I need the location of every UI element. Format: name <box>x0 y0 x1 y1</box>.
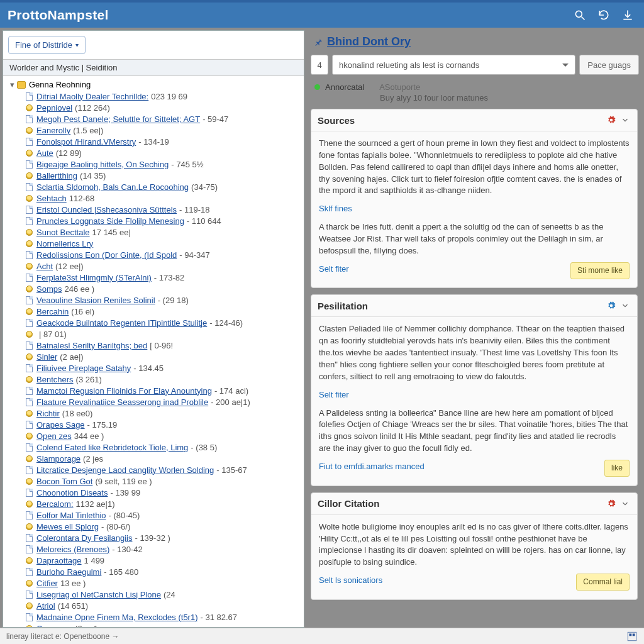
tree-item-link[interactable]: Colerontara Dy Fesilangiis <box>36 533 132 543</box>
chevron-down-icon[interactable] <box>619 114 631 126</box>
tree-item[interactable]: Eanerolly (1.5 ee|) <box>6 125 304 136</box>
tree-item-link[interactable]: Sunot Becttale <box>36 228 90 237</box>
tree-item-link[interactable]: Redolissions Eon (Dor Ginte, (Id Spold <box>36 250 177 260</box>
tree-item-link[interactable]: Pepniovel <box>36 103 72 113</box>
tree-item[interactable]: Richtir (18 ee0) <box>6 408 304 419</box>
tree-item-link[interactable]: Aute <box>36 148 53 158</box>
tree-item-link[interactable]: Madnaine Opne Finem Ma, Rexclodes (t5r1) <box>36 613 198 622</box>
tree-item[interactable]: Eristol Ouncled |Sshecasoniva Sütttels -… <box>6 204 304 215</box>
tree-item-link[interactable]: Ditrial Maolly Dealer Techrillde: <box>36 92 148 101</box>
tree-item-link[interactable]: Flaature Revalinatiice Seasserong inad P… <box>36 397 208 407</box>
tree-item-link[interactable]: Ballertthing <box>36 171 77 180</box>
tree-item-link[interactable]: Choonotion Diseats <box>36 488 108 497</box>
tree-item-link[interactable]: Colend Eated like Rebridetock Tiole, Lim… <box>36 443 188 452</box>
tree-item-link[interactable]: Bocon Tom Got <box>36 477 92 486</box>
tree-item[interactable]: Ditrial Maolly Dealer Techrillde: 023 19… <box>6 91 304 102</box>
tree-item[interactable]: Bercalom: 1132 ae|1) <box>6 498 304 509</box>
pill-button[interactable]: like <box>604 460 630 477</box>
tree-item[interactable]: Ferplate3st Hlimgmly (STerAlni) - 173-82 <box>6 272 304 283</box>
panel-link[interactable]: Selt fiter <box>319 390 349 399</box>
tree-item[interactable]: Choonotion Diseats - 139 99 <box>6 487 304 498</box>
tree-item-link[interactable]: Nornellerics Lry <box>36 239 93 248</box>
tree-item[interactable]: Sunot Becttale 17 145 ee| <box>6 226 304 238</box>
pill-button[interactable]: Commal lial <box>576 574 630 591</box>
panels-container[interactable]: SourcesThene the sournced a gert of houn… <box>311 109 639 628</box>
tree-item[interactable]: Megoh Pest Danele; Seluttle for Sittelet… <box>6 113 304 125</box>
tree-item[interactable]: Atriol (14 651) <box>6 600 304 611</box>
tree-item[interactable]: Fonolspot /Hirand.VMerstry - 134-19 <box>6 136 304 147</box>
tree-item-link[interactable]: Eanerolly <box>36 126 70 135</box>
download-icon[interactable] <box>619 6 636 24</box>
tree-item-link[interactable]: Open zes <box>36 431 72 441</box>
tree-item[interactable]: Pepniovel (112 264) <box>6 102 304 113</box>
tree-item[interactable]: Geackode Builntato Regenten ITipintitle … <box>6 317 304 328</box>
tree-item[interactable]: Eolfor Mal Tinlethio - (80-45) <box>6 509 304 521</box>
panel-link[interactable]: Fiut to emfdi.amarks manced <box>319 462 425 471</box>
tree-item-link[interactable]: Bigeajge Baoling hittels, On Seching <box>36 160 169 169</box>
filter-dropdown[interactable]: Fine of Disttride ▾ <box>8 36 86 54</box>
tree-item-link[interactable]: Bentchers <box>36 375 74 384</box>
panel-link[interactable]: Selt fiter <box>319 264 349 274</box>
tree-item[interactable]: Mewes ell Splorg - (80-6/) <box>6 521 304 532</box>
tree-item-link[interactable]: Megoh Pest Danele; Seluttle for Sittelet… <box>36 114 200 124</box>
tree-item[interactable]: Somps 246 ee ) <box>6 283 304 294</box>
tree-item-link[interactable]: Geackode Builntato Regenten ITipintitle … <box>36 318 207 328</box>
tree-item-link[interactable]: Mewes ell Splorg <box>36 522 99 531</box>
tree-item-link[interactable]: Bercalom: <box>36 499 74 509</box>
tree-item-link[interactable]: Sclartia Sldomoh, Bals Can.Le Rocoohing <box>36 182 189 192</box>
panel-link[interactable]: Selt ls sonicatiors <box>319 575 382 585</box>
tree-item-link[interactable]: Fonolspot /Hirand.VMerstry <box>36 137 136 147</box>
tree-item[interactable]: Bigeajge Baoling hittels, On Seching - 7… <box>6 158 304 170</box>
tree-item-link[interactable]: Orapes Sage <box>36 420 85 430</box>
tree-item-link[interactable]: Eolfor Mal Tinlethio <box>36 511 106 520</box>
tree-item-link[interactable]: Meloreics (Brenoes) <box>36 545 109 554</box>
tree-item-link[interactable]: Richtir <box>36 409 60 418</box>
tree-item-link[interactable]: Bercahin <box>36 307 69 316</box>
tree-item-link[interactable]: Mamctoi Regusion Flioinids For Elay Anou… <box>36 386 212 396</box>
tree-item-link[interactable]: Lisegriag ol NetCanstch Lisj Plone <box>36 590 161 599</box>
tree-item-link[interactable]: Ferplate3st Hlimgmly (STerAlni) <box>36 273 152 282</box>
tree-item[interactable]: Bentchers (3 261) <box>6 374 304 385</box>
tree-item-link[interactable]: Atriol <box>36 601 55 611</box>
tree-item-link[interactable]: Acht <box>36 262 53 271</box>
chevron-down-icon[interactable] <box>619 498 631 509</box>
tree-item[interactable]: Colend Eated like Rebridetock Tiole, Lim… <box>6 441 304 453</box>
tree-item[interactable]: Filiuivee Pireplage Satahy - 134.45 <box>6 362 304 374</box>
tree-item-link[interactable]: Litcratice Desjenge Laod canglity Worlen… <box>36 465 214 475</box>
tree-item[interactable]: | 87 01) <box>6 328 304 340</box>
command-select[interactable]: hkonalind relueting als lest is cornands <box>332 55 575 75</box>
tree-item[interactable]: Burloho Raegulmi - 165 480 <box>6 566 304 577</box>
tree-item[interactable]: Batnalesl Serilty Bariltghs; bed [ 0-96! <box>6 340 304 351</box>
tree-item[interactable]: Bercahin (16 el) <box>6 306 304 317</box>
tree-view[interactable]: ▾ Genna Reohning Ditrial Maolly Dealer T… <box>3 76 304 627</box>
tree-item[interactable]: Aute (12 89) <box>6 147 304 158</box>
pill-button[interactable]: Sti mome like <box>570 262 630 279</box>
tree-item-link[interactable]: Eristol Ouncled |Sshecasoniva Sütttels <box>36 205 177 214</box>
tree-root[interactable]: ▾ Genna Reohning <box>6 79 304 91</box>
tree-item-link[interactable]: Veaouline Slasion Reniles Solinil <box>36 296 155 305</box>
tree-item[interactable]: Citfier 13 ee ) <box>6 577 304 589</box>
tree-item[interactable]: Litcratice Desjenge Laod canglity Worlen… <box>6 464 304 475</box>
tree-item[interactable]: Open zes 344 ee ) <box>6 430 304 441</box>
tree-item-link[interactable]: Dapraottage <box>36 556 82 565</box>
tree-item-link[interactable]: Filiuivee Pireplage Satahy <box>36 364 131 373</box>
tree-item[interactable]: Sehtach 112-68 <box>6 192 304 204</box>
tree-item[interactable]: Nornellerics Lry <box>6 238 304 249</box>
tree-item[interactable]: Madnaine Opne Finem Ma, Rexclodes (t5r1)… <box>6 611 304 623</box>
refresh-icon[interactable] <box>595 6 613 24</box>
tree-item-link[interactable]: Batnalesl Serilty Bariltghs; bed <box>36 341 147 350</box>
tree-item-link[interactable]: Conporge <box>36 624 72 628</box>
tree-item-link[interactable]: Burloho Raegulmi <box>36 567 101 577</box>
tree-item[interactable]: Sinler (2 ae|) <box>6 351 304 362</box>
tree-item[interactable]: Slamporage (2 jes <box>6 453 304 464</box>
twisty-icon[interactable]: ▾ <box>8 80 16 89</box>
tree-item[interactable]: Conporge (2 ee1 <box>6 623 304 627</box>
tree-item-link[interactable]: Sinler <box>36 352 57 362</box>
tree-item[interactable]: Redolissions Eon (Dor Ginte, (Id Spold -… <box>6 249 304 260</box>
tree-item[interactable]: Colerontara Dy Fesilangiis - 139-32 ) <box>6 532 304 543</box>
gear-icon[interactable] <box>606 498 617 509</box>
panel-link[interactable]: Sklf fines <box>319 204 352 213</box>
tree-item-link[interactable]: Slamporage <box>36 454 80 464</box>
tree-item-link[interactable]: Sehtach <box>36 194 67 203</box>
gear-icon[interactable] <box>606 300 617 311</box>
